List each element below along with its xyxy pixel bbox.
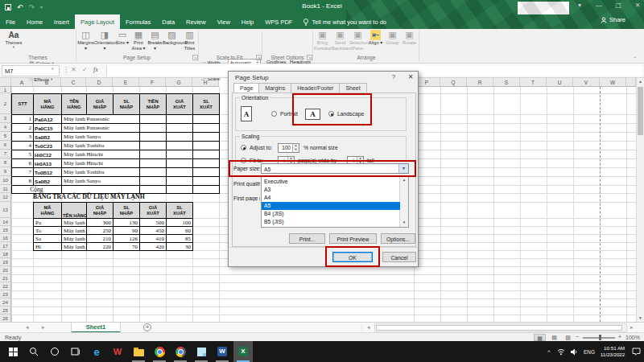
cell-value[interactable]: 210 — [87, 235, 114, 243]
chrome-taskbar-button[interactable] — [150, 341, 169, 362]
cell-name[interactable]: Máy lạnh — [62, 227, 87, 235]
page-break-view-icon[interactable]: ▨ — [562, 334, 574, 341]
tab-page-layout[interactable]: Page Layout — [75, 14, 120, 29]
row-header-8[interactable]: 8 — [0, 158, 11, 167]
print-preview-button[interactable]: Print Preview — [329, 233, 377, 244]
zoom-slider-thumb[interactable] — [599, 335, 601, 340]
cell-empty[interactable] — [167, 115, 193, 124]
dropdown-item-a3[interactable]: A3 — [262, 186, 400, 194]
combobox-dropdown-icon[interactable]: ▼ — [398, 164, 408, 173]
cell-code[interactable]: Hi — [34, 243, 62, 251]
cell-code[interactable]: Pa0A12 — [34, 115, 62, 124]
edge-taskbar-button[interactable]: e — [87, 341, 106, 362]
rotate-button[interactable]: ▣Rotate — [401, 30, 418, 55]
cell-empty[interactable] — [167, 177, 193, 186]
tell-me-box[interactable]: Tell me what you want to do — [298, 14, 391, 29]
tab-help[interactable]: Help — [236, 14, 259, 29]
row-header-19[interactable]: 19 — [0, 258, 11, 266]
cell-stt[interactable]: 3 — [12, 133, 34, 142]
redo-icon[interactable]: ↷ — [29, 4, 35, 11]
row-header-23[interactable]: 23 — [0, 290, 11, 298]
cell-value[interactable]: 70 — [114, 243, 140, 251]
cell-empty[interactable] — [193, 168, 220, 177]
excel-taskbar-button[interactable]: X — [233, 341, 253, 362]
dropdown-item-b5-jis-[interactable]: B5 (JIS) — [262, 218, 400, 226]
wps-taskbar-button[interactable]: W — [108, 341, 127, 362]
row-header-26[interactable]: 26 — [0, 315, 11, 322]
tab-insert[interactable]: Insert — [48, 14, 75, 29]
cell-name[interactable]: Máy lạnh — [62, 235, 87, 243]
row-header-9[interactable]: 9 — [0, 167, 11, 176]
cell-empty[interactable] — [193, 159, 220, 168]
ok-button[interactable]: OK — [332, 252, 373, 262]
column-header-W[interactable]: W — [600, 78, 626, 87]
tab-data[interactable]: Data — [156, 14, 180, 29]
dropdown-scrollbar[interactable]: ▲ ▼ — [399, 177, 408, 227]
paper-size-dropdown-list[interactable]: ▲ ▼ ExecutiveA3A4A5B4 (JIS)B5 (JIS) — [261, 176, 409, 228]
name-box-dropdown-icon[interactable]: ▾ — [52, 66, 54, 71]
zoom-out-icon[interactable]: − — [576, 334, 579, 339]
column-header-F[interactable]: F — [139, 78, 166, 87]
cell-stt[interactable]: 5 — [12, 150, 34, 159]
row-header-12[interactable]: 12 — [0, 193, 11, 202]
dialog-help-icon[interactable]: ? — [388, 73, 399, 80]
background-button[interactable]: ▨Background — [163, 30, 181, 55]
cell-value[interactable]: 300 — [87, 219, 114, 227]
zoom-in-icon[interactable]: + — [618, 334, 621, 339]
dropdown-item-b4-jis-[interactable]: B4 (JIS) — [262, 210, 400, 218]
cell-name[interactable]: Máy lạnh Hitachi — [62, 150, 140, 159]
landscape-radio[interactable] — [328, 111, 334, 117]
cell-name[interactable]: Máy lạnh — [62, 243, 87, 251]
search-taskbar-button[interactable] — [24, 341, 43, 362]
cell-code[interactable]: Sa0B2 — [34, 177, 62, 186]
action-center-icon[interactable] — [630, 341, 642, 362]
start-taskbar-button[interactable] — [3, 341, 23, 362]
save-icon[interactable] — [5, 4, 11, 10]
cell-empty[interactable] — [167, 168, 193, 177]
portrait-radio[interactable] — [271, 111, 277, 117]
dropdown-item-executive[interactable]: Executive — [262, 178, 400, 186]
task-view-taskbar-button[interactable] — [66, 341, 85, 362]
cell-empty[interactable] — [167, 142, 193, 150]
tab-review[interactable]: Review — [180, 14, 212, 29]
cell-code[interactable]: Pa0C15 — [34, 124, 62, 133]
hscroll-right-icon[interactable]: ▸ — [630, 324, 634, 331]
cell-code[interactable]: To0C23 — [34, 142, 62, 150]
row-header-24[interactable]: 24 — [0, 298, 11, 306]
column-header-U[interactable]: U — [547, 78, 573, 87]
row-header-1[interactable]: 1 — [0, 87, 11, 93]
row-header-18[interactable]: 18 — [0, 250, 11, 258]
cell-empty[interactable] — [140, 115, 167, 124]
dialog-close-icon[interactable]: ✕ — [405, 73, 416, 80]
cell-empty[interactable] — [140, 124, 167, 133]
next-sheet-icon[interactable]: ▸ — [42, 324, 45, 331]
cell-stt[interactable]: 2 — [12, 124, 34, 133]
cell-code[interactable]: Pa — [34, 219, 62, 227]
row-header-14[interactable]: 14 — [0, 218, 11, 226]
column-header-Q[interactable]: Q — [440, 78, 467, 87]
spinner-arrows-icon[interactable]: ▲▼ — [292, 144, 299, 152]
cell-empty[interactable] — [193, 124, 220, 133]
cell-code[interactable]: To — [34, 227, 62, 235]
portrait-label[interactable]: Portrait — [280, 111, 298, 117]
row-header-10[interactable]: 10 — [0, 176, 11, 185]
cell-stt[interactable]: 6 — [12, 159, 34, 168]
share-button[interactable]: Share — [601, 16, 625, 23]
cell-empty[interactable] — [193, 177, 220, 186]
cell-empty[interactable] — [193, 142, 220, 150]
cell-empty[interactable] — [140, 142, 167, 150]
cell-value[interactable]: 90 — [114, 227, 140, 235]
breaks-button[interactable]: ▤Breaks ▾ — [147, 30, 163, 55]
cell-empty[interactable] — [167, 133, 193, 142]
cell-value[interactable]: 30 — [167, 243, 193, 251]
paper-size-combobox[interactable]: A5 ▼ — [261, 163, 409, 174]
cell-name[interactable]: Máy lạnh Panasonic — [62, 115, 140, 124]
tab-file[interactable]: File — [0, 14, 21, 29]
new-sheet-icon[interactable]: + — [143, 323, 151, 331]
column-header-E[interactable]: E — [113, 78, 139, 87]
group-button[interactable]: ▣Group — [384, 30, 401, 55]
row-header-11[interactable]: 11 — [0, 185, 11, 193]
cell-empty[interactable] — [140, 168, 167, 177]
cell-name[interactable]: Máy lạnh — [62, 219, 87, 227]
row-header-4[interactable]: 4 — [0, 123, 11, 132]
